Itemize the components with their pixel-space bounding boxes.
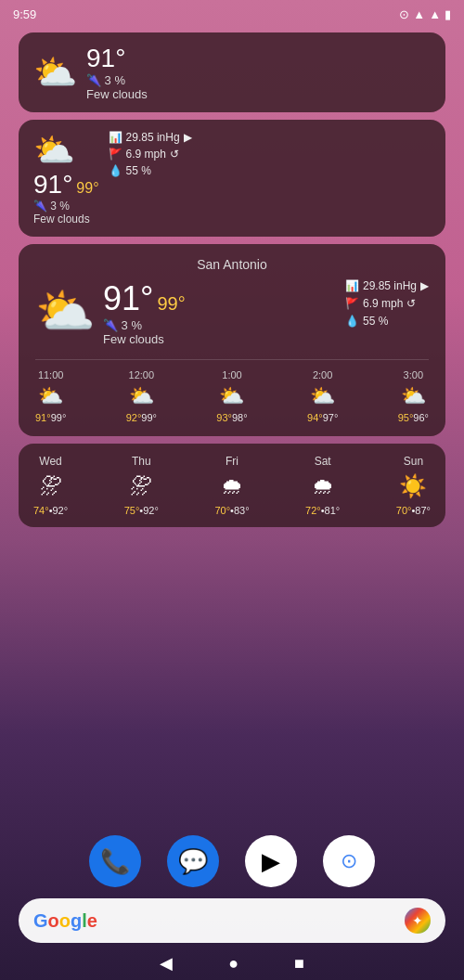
city-name: San Antonio (35, 257, 429, 272)
home-button[interactable]: ● (228, 954, 238, 974)
app-row: 📞 💬 ▶ ⊙ (89, 835, 375, 887)
hourly-item-2: 1:00 ⛅ 93°98° (216, 369, 247, 423)
hourly-item-0: 11:00 ⛅ 91°99° (35, 369, 66, 423)
wind-med: 6.9 mph (126, 148, 166, 161)
rain-large: 🌂 3 % (103, 318, 186, 332)
temp-medium: 91° (33, 170, 72, 200)
pressure-icon-large: 📊 (345, 279, 359, 292)
wind-icon-med: 🚩 (109, 148, 122, 161)
weather-icon-small: ⛅ (33, 52, 77, 93)
daily-item-sun: Sun ☀️ 70°•87° (396, 455, 431, 516)
back-button[interactable]: ◀ (160, 953, 173, 974)
play-store-app[interactable]: ▶ (245, 835, 297, 887)
temp-high-large: 99° (157, 293, 185, 315)
daily-item-wed: Wed ⛈ 74°•92° (33, 455, 68, 516)
daily-forecast: Wed ⛈ 74°•92° Thu ⛈ 75°•92° Fri 🌧 70°•83… (33, 455, 431, 516)
time: 9:59 (13, 7, 36, 21)
chrome-app[interactable]: ⊙ (323, 835, 375, 887)
pressure-large: 29.85 inHg (363, 279, 417, 292)
google-logo: Google (33, 910, 97, 932)
humidity-icon-large: 💧 (345, 315, 359, 328)
humidity-large: 55 % (363, 315, 388, 328)
weather-details-large: 📊 29.85 inHg ▶ 🚩 6.9 mph ↺ 💧 55 % (345, 279, 429, 328)
wind-icon-large: 🚩 (345, 297, 359, 310)
wifi-icon: ▲ (413, 7, 425, 21)
hourly-item-1: 12:00 ⛅ 92°99° (126, 369, 157, 423)
condition-large: Few clouds (103, 332, 186, 346)
messages-app[interactable]: 💬 (167, 835, 219, 887)
daily-item-fri: Fri 🌧 70°•83° (214, 455, 249, 516)
temp-high-medium: 99° (76, 180, 98, 197)
rain-medium: 🌂 3 % (33, 200, 70, 213)
humidity-icon-med: 💧 (109, 164, 122, 177)
battery-icon: ▮ (445, 7, 451, 21)
weather-widget-daily[interactable]: Wed ⛈ 74°•92° Thu ⛈ 75°•92° Fri 🌧 70°•83… (19, 444, 445, 527)
search-bar[interactable]: Google ✦ (19, 898, 445, 943)
temp-small: 91° (86, 44, 148, 73)
weather-widget-small[interactable]: ⛅ 91° 🌂 3 % Few clouds (19, 32, 445, 112)
weather-details-medium: 📊 29.85 inHg ▶ 🚩 6.9 mph ↺ 💧 55 % (109, 131, 192, 177)
pressure-med: 29.85 inHg (126, 131, 180, 144)
signal-icon: ▲ (429, 7, 441, 21)
weather-widget-large[interactable]: San Antonio ⛅ 91° 99° 🌂 3 % Few clouds 📊… (19, 244, 445, 436)
daily-item-thu: Thu ⛈ 75°•92° (124, 455, 159, 516)
condition-medium: Few clouds (33, 213, 90, 226)
circle-icon: ⊙ (399, 7, 409, 21)
temp-large: 91° (103, 279, 153, 318)
hourly-item-4: 3:00 ⛅ 95°96° (398, 369, 429, 423)
status-icons: ⊙ ▲ ▲ ▮ (399, 7, 451, 21)
condition-small: Few clouds (86, 87, 148, 101)
pressure-icon-med: 📊 (109, 131, 122, 144)
recents-button[interactable]: ■ (294, 954, 304, 974)
weather-widget-medium[interactable]: ⛅ 91° 99° 🌂 3 % Few clouds 📊 29.85 inHg … (19, 120, 445, 237)
weather-icon-large: ⛅ (35, 283, 96, 340)
dock-area: 📞 💬 ▶ ⊙ (0, 835, 464, 887)
google-lens-button[interactable]: ✦ (405, 908, 431, 934)
wind-large: 6.9 mph (363, 297, 403, 310)
humidity-med: 55 % (126, 164, 151, 177)
weather-icon-medium: ⛅ (33, 131, 75, 170)
hourly-forecast: 11:00 ⛅ 91°99° 12:00 ⛅ 92°99° 1:00 ⛅ 93°… (35, 359, 429, 423)
status-bar: 9:59 ⊙ ▲ ▲ ▮ (0, 0, 464, 25)
nav-bar: ◀ ● ■ (0, 947, 464, 980)
hourly-item-3: 2:00 ⛅ 94°97° (307, 369, 338, 423)
rain-small: 🌂 3 % (86, 73, 148, 87)
phone-app[interactable]: 📞 (89, 835, 141, 887)
daily-item-sat: Sat 🌧 72°•81° (305, 455, 340, 516)
